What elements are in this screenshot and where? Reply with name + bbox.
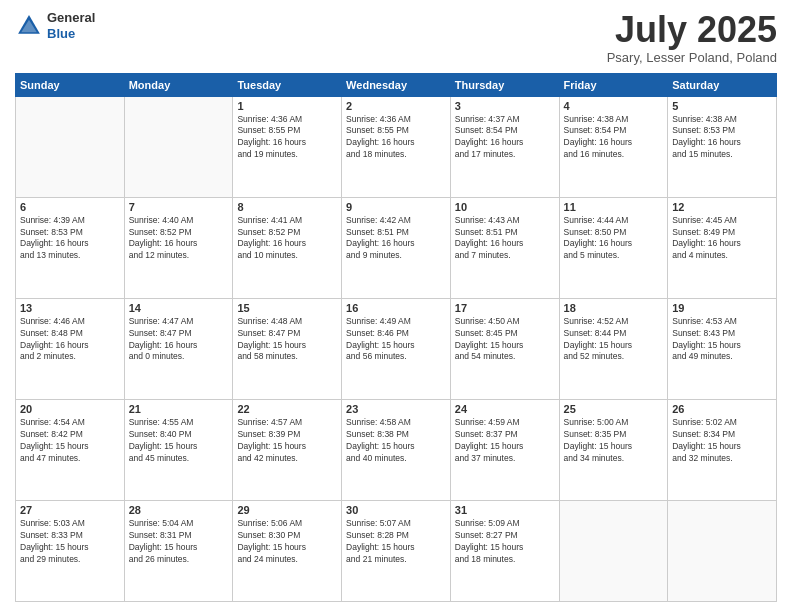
- day-number: 1: [237, 100, 337, 112]
- day-info: Sunrise: 4:55 AM Sunset: 8:40 PM Dayligh…: [129, 417, 229, 465]
- calendar-week-row: 13Sunrise: 4:46 AM Sunset: 8:48 PM Dayli…: [16, 298, 777, 399]
- calendar-cell: 1Sunrise: 4:36 AM Sunset: 8:55 PM Daylig…: [233, 96, 342, 197]
- calendar-header-cell: Monday: [124, 73, 233, 96]
- calendar-cell: [124, 96, 233, 197]
- day-info: Sunrise: 4:52 AM Sunset: 8:44 PM Dayligh…: [564, 316, 664, 364]
- day-number: 11: [564, 201, 664, 213]
- calendar-cell: 9Sunrise: 4:42 AM Sunset: 8:51 PM Daylig…: [342, 197, 451, 298]
- day-info: Sunrise: 4:46 AM Sunset: 8:48 PM Dayligh…: [20, 316, 120, 364]
- day-info: Sunrise: 4:37 AM Sunset: 8:54 PM Dayligh…: [455, 114, 555, 162]
- day-info: Sunrise: 5:02 AM Sunset: 8:34 PM Dayligh…: [672, 417, 772, 465]
- day-number: 4: [564, 100, 664, 112]
- calendar: SundayMondayTuesdayWednesdayThursdayFrid…: [15, 73, 777, 602]
- calendar-cell: 12Sunrise: 4:45 AM Sunset: 8:49 PM Dayli…: [668, 197, 777, 298]
- day-info: Sunrise: 4:53 AM Sunset: 8:43 PM Dayligh…: [672, 316, 772, 364]
- day-info: Sunrise: 5:06 AM Sunset: 8:30 PM Dayligh…: [237, 518, 337, 566]
- day-info: Sunrise: 5:04 AM Sunset: 8:31 PM Dayligh…: [129, 518, 229, 566]
- calendar-cell: [559, 500, 668, 601]
- day-number: 24: [455, 403, 555, 415]
- calendar-header-row: SundayMondayTuesdayWednesdayThursdayFrid…: [16, 73, 777, 96]
- day-number: 21: [129, 403, 229, 415]
- day-number: 18: [564, 302, 664, 314]
- day-info: Sunrise: 4:47 AM Sunset: 8:47 PM Dayligh…: [129, 316, 229, 364]
- calendar-cell: 30Sunrise: 5:07 AM Sunset: 8:28 PM Dayli…: [342, 500, 451, 601]
- calendar-cell: 24Sunrise: 4:59 AM Sunset: 8:37 PM Dayli…: [450, 399, 559, 500]
- logo: General Blue: [15, 10, 95, 41]
- calendar-week-row: 20Sunrise: 4:54 AM Sunset: 8:42 PM Dayli…: [16, 399, 777, 500]
- calendar-cell: 29Sunrise: 5:06 AM Sunset: 8:30 PM Dayli…: [233, 500, 342, 601]
- calendar-cell: 28Sunrise: 5:04 AM Sunset: 8:31 PM Dayli…: [124, 500, 233, 601]
- calendar-cell: [668, 500, 777, 601]
- day-number: 23: [346, 403, 446, 415]
- day-info: Sunrise: 4:39 AM Sunset: 8:53 PM Dayligh…: [20, 215, 120, 263]
- calendar-body: 1Sunrise: 4:36 AM Sunset: 8:55 PM Daylig…: [16, 96, 777, 601]
- day-info: Sunrise: 4:58 AM Sunset: 8:38 PM Dayligh…: [346, 417, 446, 465]
- calendar-cell: [16, 96, 125, 197]
- calendar-cell: 17Sunrise: 4:50 AM Sunset: 8:45 PM Dayli…: [450, 298, 559, 399]
- calendar-week-row: 27Sunrise: 5:03 AM Sunset: 8:33 PM Dayli…: [16, 500, 777, 601]
- page: General Blue July 2025 Psary, Lesser Pol…: [0, 0, 792, 612]
- calendar-cell: 26Sunrise: 5:02 AM Sunset: 8:34 PM Dayli…: [668, 399, 777, 500]
- calendar-cell: 2Sunrise: 4:36 AM Sunset: 8:55 PM Daylig…: [342, 96, 451, 197]
- header: General Blue July 2025 Psary, Lesser Pol…: [15, 10, 777, 65]
- calendar-cell: 11Sunrise: 4:44 AM Sunset: 8:50 PM Dayli…: [559, 197, 668, 298]
- day-number: 13: [20, 302, 120, 314]
- day-info: Sunrise: 4:59 AM Sunset: 8:37 PM Dayligh…: [455, 417, 555, 465]
- subtitle: Psary, Lesser Poland, Poland: [607, 50, 777, 65]
- calendar-cell: 16Sunrise: 4:49 AM Sunset: 8:46 PM Dayli…: [342, 298, 451, 399]
- day-number: 31: [455, 504, 555, 516]
- calendar-header-cell: Friday: [559, 73, 668, 96]
- day-number: 26: [672, 403, 772, 415]
- day-info: Sunrise: 4:36 AM Sunset: 8:55 PM Dayligh…: [237, 114, 337, 162]
- day-number: 30: [346, 504, 446, 516]
- logo-icon: [15, 12, 43, 40]
- calendar-cell: 14Sunrise: 4:47 AM Sunset: 8:47 PM Dayli…: [124, 298, 233, 399]
- calendar-cell: 23Sunrise: 4:58 AM Sunset: 8:38 PM Dayli…: [342, 399, 451, 500]
- calendar-cell: 15Sunrise: 4:48 AM Sunset: 8:47 PM Dayli…: [233, 298, 342, 399]
- calendar-cell: 19Sunrise: 4:53 AM Sunset: 8:43 PM Dayli…: [668, 298, 777, 399]
- logo-text: General Blue: [47, 10, 95, 41]
- calendar-cell: 18Sunrise: 4:52 AM Sunset: 8:44 PM Dayli…: [559, 298, 668, 399]
- day-number: 10: [455, 201, 555, 213]
- day-number: 12: [672, 201, 772, 213]
- calendar-header-cell: Wednesday: [342, 73, 451, 96]
- calendar-cell: 21Sunrise: 4:55 AM Sunset: 8:40 PM Dayli…: [124, 399, 233, 500]
- calendar-week-row: 1Sunrise: 4:36 AM Sunset: 8:55 PM Daylig…: [16, 96, 777, 197]
- title-block: July 2025 Psary, Lesser Poland, Poland: [607, 10, 777, 65]
- day-number: 16: [346, 302, 446, 314]
- calendar-cell: 13Sunrise: 4:46 AM Sunset: 8:48 PM Dayli…: [16, 298, 125, 399]
- calendar-cell: 27Sunrise: 5:03 AM Sunset: 8:33 PM Dayli…: [16, 500, 125, 601]
- day-number: 25: [564, 403, 664, 415]
- day-info: Sunrise: 4:49 AM Sunset: 8:46 PM Dayligh…: [346, 316, 446, 364]
- day-info: Sunrise: 4:42 AM Sunset: 8:51 PM Dayligh…: [346, 215, 446, 263]
- day-number: 27: [20, 504, 120, 516]
- calendar-cell: 10Sunrise: 4:43 AM Sunset: 8:51 PM Dayli…: [450, 197, 559, 298]
- day-info: Sunrise: 4:44 AM Sunset: 8:50 PM Dayligh…: [564, 215, 664, 263]
- day-info: Sunrise: 5:03 AM Sunset: 8:33 PM Dayligh…: [20, 518, 120, 566]
- calendar-cell: 6Sunrise: 4:39 AM Sunset: 8:53 PM Daylig…: [16, 197, 125, 298]
- day-number: 7: [129, 201, 229, 213]
- calendar-header-cell: Thursday: [450, 73, 559, 96]
- day-number: 17: [455, 302, 555, 314]
- day-number: 15: [237, 302, 337, 314]
- day-number: 29: [237, 504, 337, 516]
- calendar-cell: 5Sunrise: 4:38 AM Sunset: 8:53 PM Daylig…: [668, 96, 777, 197]
- calendar-header-cell: Tuesday: [233, 73, 342, 96]
- calendar-week-row: 6Sunrise: 4:39 AM Sunset: 8:53 PM Daylig…: [16, 197, 777, 298]
- day-number: 2: [346, 100, 446, 112]
- day-number: 9: [346, 201, 446, 213]
- calendar-header-cell: Saturday: [668, 73, 777, 96]
- day-number: 5: [672, 100, 772, 112]
- day-info: Sunrise: 4:38 AM Sunset: 8:53 PM Dayligh…: [672, 114, 772, 162]
- day-info: Sunrise: 4:41 AM Sunset: 8:52 PM Dayligh…: [237, 215, 337, 263]
- day-info: Sunrise: 5:09 AM Sunset: 8:27 PM Dayligh…: [455, 518, 555, 566]
- day-number: 3: [455, 100, 555, 112]
- logo-general: General: [47, 10, 95, 26]
- main-title: July 2025: [607, 10, 777, 50]
- day-info: Sunrise: 4:50 AM Sunset: 8:45 PM Dayligh…: [455, 316, 555, 364]
- day-number: 14: [129, 302, 229, 314]
- day-number: 22: [237, 403, 337, 415]
- calendar-cell: 31Sunrise: 5:09 AM Sunset: 8:27 PM Dayli…: [450, 500, 559, 601]
- day-info: Sunrise: 4:40 AM Sunset: 8:52 PM Dayligh…: [129, 215, 229, 263]
- calendar-cell: 8Sunrise: 4:41 AM Sunset: 8:52 PM Daylig…: [233, 197, 342, 298]
